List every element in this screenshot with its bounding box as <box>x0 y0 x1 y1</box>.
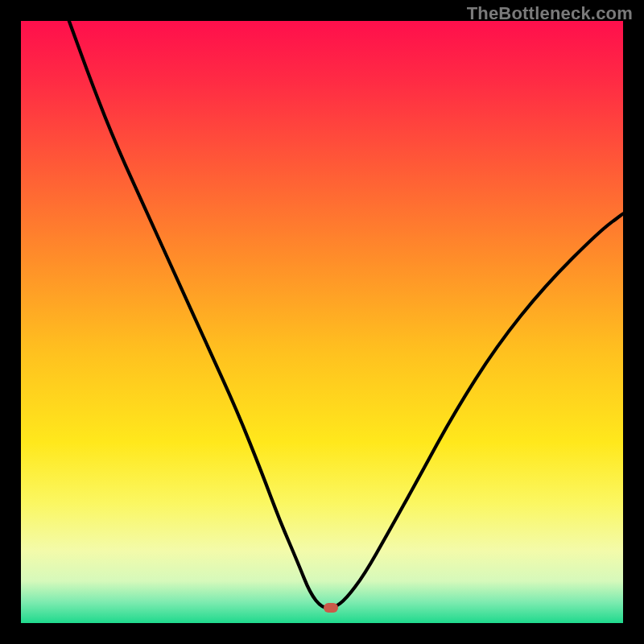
plot-area <box>21 21 623 623</box>
minimum-marker <box>324 603 338 613</box>
chart-frame: TheBottleneck.com <box>0 0 644 644</box>
curve-layer <box>21 21 623 623</box>
watermark-label: TheBottleneck.com <box>467 3 633 24</box>
curve-path <box>69 21 623 608</box>
